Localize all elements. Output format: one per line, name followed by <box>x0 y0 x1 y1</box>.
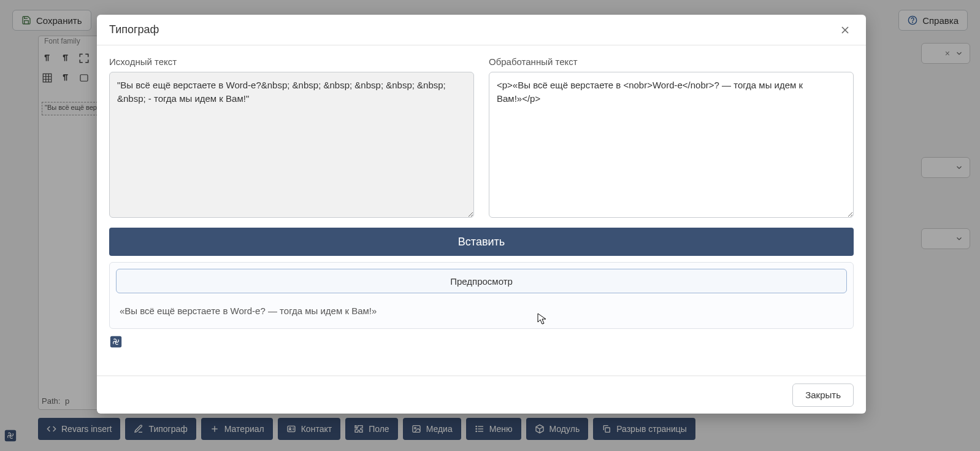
modal-header: Типограф <box>97 15 866 45</box>
output-column: Обработанный текст <box>489 56 854 218</box>
modal-body: Исходный текст Обработанный текст Встави… <box>97 45 866 376</box>
modal-title: Типограф <box>109 23 159 36</box>
preview-button[interactable]: Предпросмотр <box>116 269 847 293</box>
close-icon <box>839 24 851 36</box>
joomla-icon <box>109 335 123 349</box>
source-column: Исходный текст <box>109 56 474 218</box>
modal-footer: Закрыть <box>97 376 866 414</box>
source-textarea[interactable] <box>109 72 474 218</box>
text-columns: Исходный текст Обработанный текст <box>109 56 854 218</box>
preview-group: Предпросмотр «Вы всё ещё верстаете в Wor… <box>109 262 854 329</box>
close-button[interactable]: Закрыть <box>792 384 854 407</box>
insert-button[interactable]: Вставить <box>109 228 854 256</box>
preview-text: «Вы всё ещё верстаете в Word-е? — тогда … <box>116 293 847 322</box>
modal-close-button[interactable] <box>836 21 854 39</box>
source-label: Исходный текст <box>109 56 474 67</box>
output-textarea[interactable] <box>489 72 854 218</box>
typograph-modal: Типограф Исходный текст Обработанный тек… <box>97 15 866 414</box>
output-label: Обработанный текст <box>489 56 854 67</box>
